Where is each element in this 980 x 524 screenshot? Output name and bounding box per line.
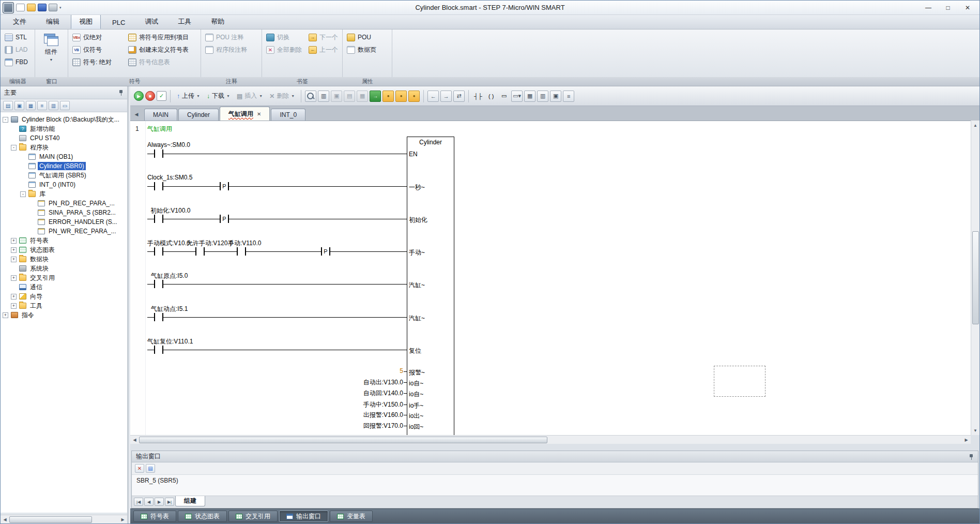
project-compare-icon[interactable]: ▥ [318, 91, 329, 102]
tree-item-cylinder-call-sbr5[interactable]: 气缸调用 (SBR5) [1, 171, 127, 180]
navigate-back-icon[interactable]: ← [427, 91, 439, 102]
contact-operand[interactable]: 手动模式:V10.0 [147, 239, 190, 248]
viewbar-tab-symbol-table[interactable]: 符号表 [133, 511, 176, 522]
apply-symbols-button[interactable]: 将符号应用到项目 [126, 31, 191, 43]
tree-item-pn-wr-rec[interactable]: PN_WR_REC_PARA_... [1, 227, 127, 236]
tree-view-icon[interactable]: ▤ [3, 101, 13, 110]
menu-plc[interactable]: PLC [104, 16, 133, 29]
data-page-button[interactable]: 数据页 [345, 43, 390, 56]
last-tab-icon[interactable]: ▶| [165, 498, 174, 506]
menu-file[interactable]: 文件 [5, 14, 35, 29]
program-status-icon[interactable]: → [370, 91, 381, 102]
copy-message-icon[interactable]: ▤ [146, 464, 155, 473]
ladder-editor-canvas[interactable]: 1 气缸调用 P P P [130, 121, 971, 435]
tab-main[interactable]: MAIN [144, 109, 177, 121]
ladder-contact[interactable] [154, 247, 163, 256]
contact-operand[interactable]: Always~:SM0.0 [147, 141, 190, 148]
symbolic-only-button[interactable]: 仅符号 [70, 43, 126, 56]
block-input-value[interactable]: 5 [315, 367, 403, 375]
network-title[interactable]: 气缸调用 [147, 125, 172, 133]
output-tab-build[interactable]: 组建 [175, 496, 205, 506]
contact-operand[interactable]: 手动:V110.0 [228, 239, 261, 248]
bookmark-previous-button[interactable]: 上一个 [307, 43, 340, 56]
pin-icon[interactable] [118, 89, 124, 96]
selection-tool-icon[interactable]: ▣ [550, 91, 561, 102]
tree-item-wizard[interactable]: +向导 [1, 292, 127, 301]
contact-operand[interactable]: 气缸原点:I5.0 [151, 272, 188, 280]
tab-cylinder-call-active[interactable]: 气缸调用✕ [220, 107, 270, 121]
create-undefined-symbols-button[interactable]: 创建未定义符号表 [126, 43, 191, 56]
tree-expander[interactable]: + [3, 312, 8, 318]
print-icon[interactable] [49, 4, 57, 11]
previous-tab-icon[interactable]: ◀ [144, 498, 154, 506]
new-file-icon[interactable] [16, 4, 25, 11]
pou-comment-button[interactable]: POU 注释 [203, 31, 259, 43]
ladder-contact[interactable] [195, 247, 205, 256]
viewbar-tab-output-window[interactable]: 输出窗口 [279, 511, 328, 522]
positive-edge-contact[interactable]: P [321, 247, 330, 256]
scroll-thumb[interactable] [139, 437, 547, 443]
tree-item-system-block[interactable]: 系统块 [1, 264, 127, 273]
tab-cylinder[interactable]: Cylinder [178, 109, 219, 121]
list-view-icon[interactable]: ≡ [37, 101, 47, 110]
network-comment-button[interactable]: 程序段注释 [203, 43, 259, 56]
scroll-down-icon[interactable]: ▼ [971, 426, 980, 435]
monitor-view-icon[interactable]: ▭ [60, 101, 70, 110]
tree-item-main-ob1[interactable]: MAIN (OB1) [1, 152, 127, 161]
small-icons-view-icon[interactable]: ▦ [26, 101, 36, 110]
symbol-table-toolbar-icon[interactable]: ▦ [524, 91, 535, 102]
tree-item-error-handler[interactable]: ERROR_HANDLER (S... [1, 217, 127, 227]
tab-int0[interactable]: INT_0 [271, 109, 305, 121]
bookmark-toggle-button[interactable]: 切换 [264, 31, 307, 43]
tree-expander[interactable]: - [20, 191, 26, 197]
compile-button[interactable]: ✓ [157, 91, 166, 101]
navigate-forward-icon[interactable]: → [440, 91, 452, 102]
scroll-right-icon[interactable]: ▶ [962, 436, 971, 444]
tree-item-tools[interactable]: +工具 [1, 301, 127, 310]
lad-editor-button[interactable]: LAD [3, 43, 33, 56]
details-view-icon[interactable]: ▥ [49, 101, 58, 110]
menu-tools[interactable]: 工具 [170, 14, 200, 29]
scroll-left-icon[interactable]: ◀ [130, 436, 139, 444]
ladder-contact[interactable] [237, 247, 246, 256]
tree-item-project-root[interactable]: -Cylinder Block (D:\Backup\我的文... [1, 115, 127, 124]
bookmark-next-button[interactable]: 下一个 [307, 31, 340, 43]
contact-operand[interactable]: Clock_1s:SM0.5 [147, 174, 192, 181]
maximize-button[interactable]: □ [938, 2, 958, 13]
tree-expander[interactable]: + [11, 275, 17, 281]
ladder-contact[interactable] [154, 313, 163, 321]
insert-box-icon[interactable]: ▭ [498, 91, 510, 102]
tree-horizontal-scrollbar[interactable]: ◀ ▶ [1, 515, 127, 523]
lock-pou-icon[interactable]: ● [395, 91, 407, 102]
subroutine-call-block[interactable]: Cylinder EN 一秒~ 初始化 手动~ 汽缸~ 汽缸~ 复位 报警~ i… [407, 137, 454, 435]
ladder-contact[interactable] [154, 280, 163, 288]
fbd-editor-button[interactable]: FBD [3, 56, 33, 68]
clear-messages-icon[interactable]: ✕ [135, 464, 144, 473]
editor-vertical-scrollbar[interactable]: ▲ ▼ [971, 121, 979, 435]
tree-item-pn-rd-rec[interactable]: PN_RD_REC_PARA_... [1, 199, 127, 208]
upload-button[interactable]: ↑上传▼ [174, 89, 203, 103]
tree-item-status-chart[interactable]: +状态图表 [1, 245, 127, 254]
ladder-contact[interactable] [154, 182, 163, 190]
contact-operand[interactable]: 气缸复位:V110.1 [147, 337, 193, 346]
contact-operand[interactable]: 允许手动:V120.0 [187, 239, 233, 248]
insert-coil-icon[interactable]: ( ) [485, 91, 497, 102]
stop-button[interactable]: ■ [145, 91, 155, 101]
download-button[interactable]: ↓下载▼ [204, 89, 233, 103]
swap-operands-icon[interactable]: ⇄ [453, 91, 465, 102]
viewbar-tab-variable-table[interactable]: 变量表 [330, 511, 373, 522]
pin-icon[interactable] [969, 454, 974, 460]
tree-expander[interactable]: + [11, 238, 17, 244]
scroll-right-icon[interactable]: ▶ [118, 515, 127, 523]
lock-project-icon[interactable]: ● [382, 91, 394, 102]
positive-edge-contact[interactable]: P [220, 215, 229, 223]
tree-item-whats-new[interactable]: 新增功能 [1, 124, 127, 133]
block-input-value[interactable]: 回报警:V170.0 [315, 422, 403, 430]
menu-help[interactable]: 帮助 [203, 14, 233, 29]
contact-operand[interactable]: 气缸动点:I5.1 [151, 305, 188, 313]
app-icon[interactable] [3, 2, 14, 13]
insert-contact-icon[interactable]: ┤├ [472, 91, 484, 102]
tree-item-symbol-table[interactable]: +符号表 [1, 236, 127, 245]
next-tab-icon[interactable]: ▶ [155, 498, 164, 506]
tree-expander[interactable]: + [11, 303, 17, 309]
